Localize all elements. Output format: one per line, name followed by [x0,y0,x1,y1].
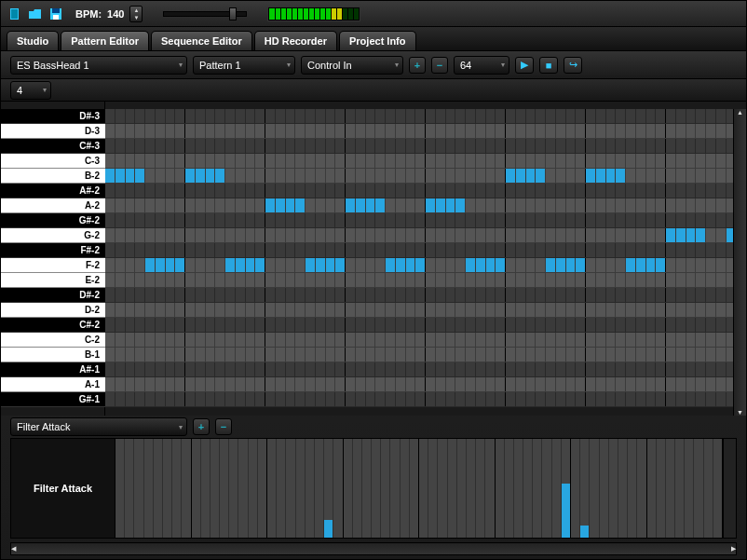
key-B-2[interactable]: B-2 [1,169,105,184]
stop-button[interactable]: ■ [539,57,558,74]
key-G#-1[interactable]: G#-1 [1,392,105,407]
note[interactable] [606,169,616,183]
note[interactable] [366,198,375,212]
automation-cell[interactable] [448,439,457,538]
note[interactable] [686,228,696,242]
automation-cell[interactable] [201,439,211,538]
automation-cell[interactable] [211,439,220,538]
note[interactable] [166,258,175,272]
note[interactable] [286,198,295,212]
automation-cell[interactable] [362,439,372,538]
automation-value[interactable] [562,484,570,538]
note[interactable] [646,258,656,272]
automation-cell[interactable] [514,439,523,538]
automation-cell[interactable] [163,439,172,538]
automation-cell[interactable] [467,439,476,538]
instrument-dropdown[interactable]: ES BassHead 1 [10,56,187,75]
note[interactable] [375,198,385,212]
key-A-2[interactable]: A-2 [1,198,105,213]
note[interactable] [656,258,665,272]
note[interactable] [426,198,435,212]
add-button[interactable]: + [409,57,426,74]
automation-cell[interactable] [637,439,646,538]
note[interactable] [145,258,155,272]
automation-cell[interactable] [344,439,353,538]
note[interactable] [586,169,595,183]
note[interactable] [556,258,565,272]
automation-cell[interactable] [505,439,514,538]
note[interactable] [636,258,645,272]
note[interactable] [396,258,405,272]
automation-cell[interactable] [390,439,400,538]
key-A-1[interactable]: A-1 [1,377,105,392]
note[interactable] [225,258,235,272]
note[interactable] [536,169,545,183]
automation-add-button[interactable]: + [193,418,210,435]
automation-cell[interactable] [154,439,163,538]
master-volume-slider[interactable] [163,11,247,17]
key-C#-3[interactable]: C#-3 [1,139,105,154]
automation-cell[interactable] [713,439,723,538]
grid-row[interactable] [105,348,746,362]
automation-cell[interactable] [457,439,467,538]
tab-studio[interactable]: Studio [7,31,59,50]
automation-cell[interactable] [410,439,419,538]
automation-cell[interactable] [704,439,713,538]
key-G-2[interactable]: G-2 [1,228,105,243]
grid-row[interactable] [105,184,746,198]
grid-row[interactable] [105,169,746,184]
key-C-3[interactable]: C-3 [1,154,105,169]
note[interactable] [196,169,205,183]
note[interactable] [115,169,125,183]
note[interactable] [185,169,195,183]
note[interactable] [476,258,485,272]
automation-remove-button[interactable]: − [215,418,232,435]
automation-cell[interactable] [286,439,295,538]
note[interactable] [486,258,496,272]
key-C#-2[interactable]: C#-2 [1,318,105,333]
automation-cell[interactable] [125,439,134,538]
automation-cell[interactable] [438,439,447,538]
note[interactable] [346,198,355,212]
note[interactable] [386,258,395,272]
tab-pattern-editor[interactable]: Pattern Editor [61,31,149,50]
key-D#-3[interactable]: D#-3 [1,109,105,124]
key-A#-2[interactable]: A#-2 [1,184,105,198]
note[interactable] [406,258,415,272]
grid-row[interactable] [105,273,746,288]
bpm-stepper[interactable]: ▲▼ [129,6,143,22]
grid-row[interactable] [105,139,746,154]
key-F#-2[interactable]: F#-2 [1,243,105,258]
key-E-2[interactable]: E-2 [1,273,105,288]
automation-cell[interactable] [590,439,599,538]
note[interactable] [696,228,705,242]
note[interactable] [265,198,275,212]
note-grid[interactable]: ▲▼ [105,102,746,416]
automation-cell[interactable] [580,439,590,538]
note[interactable] [255,258,265,272]
note[interactable] [175,258,184,272]
pattern-dropdown[interactable]: Pattern 1 [193,56,295,75]
automation-cell[interactable] [144,439,154,538]
automation-value[interactable] [580,526,589,538]
automation-cell[interactable] [485,439,495,538]
note[interactable] [335,258,345,272]
automation-cell[interactable] [324,439,333,538]
grid-row[interactable] [105,377,746,392]
horizontal-scrollbar[interactable]: ◀▶ [10,542,737,555]
key-G#-2[interactable]: G#-2 [1,213,105,228]
automation-cell[interactable] [628,439,637,538]
note[interactable] [446,198,455,212]
automation-cell[interactable] [666,439,675,538]
note[interactable] [566,258,576,272]
automation-cell[interactable] [249,439,258,538]
automation-cell[interactable] [428,439,438,538]
automation-cell[interactable] [523,439,533,538]
automation-grid[interactable] [115,439,723,538]
automation-cell[interactable] [296,439,306,538]
note[interactable] [436,198,445,212]
play-button[interactable]: ▶ [515,57,534,74]
grid-row[interactable] [105,124,746,139]
note[interactable] [105,169,115,183]
note[interactable] [676,228,686,242]
